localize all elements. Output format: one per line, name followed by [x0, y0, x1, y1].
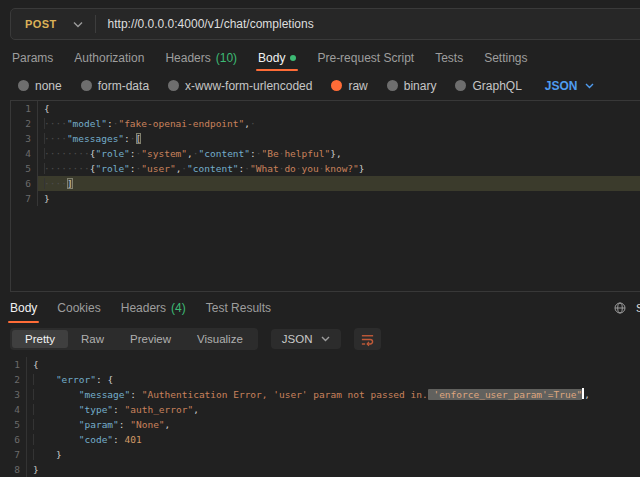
- line-number: 5: [0, 417, 26, 432]
- tab-params[interactable]: Params: [12, 44, 53, 71]
- body-type-x-www-form-urlencoded[interactable]: x-www-form-urlencoded: [168, 79, 312, 93]
- code-token: [33, 434, 79, 445]
- tab-label: Settings: [484, 51, 527, 65]
- radio-icon: [387, 80, 398, 91]
- tab-label: Tests: [435, 51, 463, 65]
- view-mode-preview[interactable]: Preview: [117, 330, 184, 348]
- code-token: ·: [130, 133, 136, 144]
- response-tab-test-results[interactable]: Test Results: [206, 292, 271, 323]
- code-token: "param": [79, 419, 119, 430]
- response-tab-headers[interactable]: Headers (4): [121, 292, 186, 323]
- view-mode-raw[interactable]: Raw: [68, 330, 117, 348]
- code-token: [33, 389, 79, 400]
- code-token: "role": [96, 148, 130, 159]
- code-line[interactable]: 3 "message": "Authentication Error, 'use…: [0, 387, 640, 402]
- code-token: :: [113, 434, 124, 445]
- body-type-raw[interactable]: raw: [331, 79, 367, 93]
- body-type-label: form-data: [98, 79, 149, 93]
- code-line[interactable]: 2 "error": {: [0, 372, 640, 387]
- tab-tests[interactable]: Tests: [435, 44, 463, 71]
- radio-selected-icon: [331, 80, 342, 91]
- line-number: 1: [11, 101, 37, 116]
- body-type-label: GraphQL: [472, 79, 521, 93]
- code-token: ]: [67, 178, 73, 189]
- line-number: 6: [11, 176, 37, 191]
- response-body-viewer[interactable]: 1{2 "error": {3 "message": "Authenticati…: [0, 357, 640, 477]
- globe-icon: [613, 301, 627, 315]
- chevron-down-icon: [585, 83, 594, 89]
- code-text: ····"model":·"fake-openai-endpoint",·: [37, 116, 640, 131]
- code-token: :: [113, 404, 124, 415]
- code-token: }: [56, 449, 62, 460]
- code-token: "auth_error": [125, 404, 194, 415]
- code-line[interactable]: 7}: [11, 191, 640, 206]
- code-text: "code": 401: [26, 432, 640, 447]
- code-token: }: [44, 193, 50, 204]
- tab-count: (10): [216, 51, 237, 65]
- code-line[interactable]: 6····]: [11, 176, 640, 191]
- code-text: ····"messages":·[: [37, 131, 640, 146]
- view-mode-pretty[interactable]: Pretty: [12, 330, 68, 348]
- code-token: [: [136, 133, 142, 144]
- method-selector[interactable]: POST: [11, 18, 95, 30]
- code-token: : {: [96, 374, 113, 385]
- code-text: "param": "None",: [26, 417, 640, 432]
- body-type-graphql[interactable]: GraphQL: [455, 79, 521, 93]
- code-line[interactable]: 4········{"role":·"system",·"content":·"…: [11, 146, 640, 161]
- response-language-dropdown[interactable]: JSON: [271, 329, 342, 349]
- code-token: ········: [44, 163, 90, 174]
- code-line[interactable]: 2····"model":·"fake-openai-endpoint",·: [11, 116, 640, 131]
- code-token: ,: [165, 419, 171, 430]
- response-tab-cookies[interactable]: Cookies: [57, 292, 100, 323]
- tab-label: Headers: [165, 51, 210, 65]
- code-token: "content": [187, 163, 238, 174]
- body-type-form-data[interactable]: form-data: [81, 79, 149, 93]
- body-type-label: x-www-form-urlencoded: [185, 79, 312, 93]
- line-number: 5: [11, 161, 37, 176]
- request-body-editor[interactable]: 1{2····"model":·"fake-openai-endpoint",·…: [10, 100, 640, 292]
- code-token: "Be: [261, 148, 278, 159]
- code-text: ····]: [37, 176, 640, 191]
- url-bar: POST http://0.0.0.0:4000/v1/chat/complet…: [10, 8, 640, 40]
- line-number: 3: [11, 131, 37, 146]
- code-line[interactable]: 6 "code": 401: [0, 432, 640, 447]
- wrap-text-button[interactable]: [354, 328, 381, 350]
- method-label: POST: [25, 18, 57, 30]
- view-mode-visualize[interactable]: Visualize: [184, 330, 256, 348]
- body-type-label: raw: [348, 79, 367, 93]
- tab-label: Cookies: [57, 301, 100, 315]
- code-token: },: [330, 148, 341, 159]
- url-input[interactable]: http://0.0.0.0:4000/v1/chat/completions: [96, 17, 314, 31]
- tab-pre-request-script[interactable]: Pre-request Script: [317, 44, 414, 71]
- code-line[interactable]: 5 "param": "None",: [0, 417, 640, 432]
- code-token: "code": [79, 434, 113, 445]
- language-label: JSON: [545, 79, 578, 93]
- line-number: 2: [0, 372, 26, 387]
- code-token: :: [130, 389, 141, 400]
- code-line[interactable]: 5········{"role":·"user",·"content":·"Wh…: [11, 161, 640, 176]
- response-meta: S: [613, 292, 640, 323]
- line-number: 7: [0, 447, 26, 462]
- code-line[interactable]: 1{: [0, 357, 640, 372]
- tab-settings[interactable]: Settings: [484, 44, 527, 71]
- chevron-down-icon: [73, 21, 83, 28]
- code-line[interactable]: 1{: [11, 101, 640, 116]
- code-token: "role": [96, 163, 130, 174]
- code-line[interactable]: 8}: [0, 462, 640, 477]
- code-line[interactable]: 3····"messages":·[: [11, 131, 640, 146]
- view-mode-switcher: Pretty Raw Preview Visualize: [10, 328, 258, 350]
- request-language-dropdown[interactable]: JSON: [545, 79, 594, 93]
- code-line[interactable]: 7 }: [0, 447, 640, 462]
- line-number: 3: [0, 387, 26, 402]
- response-tab-body[interactable]: Body: [10, 292, 37, 323]
- tab-label: Headers: [121, 301, 166, 315]
- tab-body[interactable]: Body: [258, 44, 296, 71]
- code-line[interactable]: 4 "type": "auth_error",: [0, 402, 640, 417]
- tab-headers[interactable]: Headers (10): [165, 44, 237, 71]
- body-type-none[interactable]: none: [18, 79, 62, 93]
- tab-authorization[interactable]: Authorization: [74, 44, 144, 71]
- code-text: ········{"role":·"system",·"content":·"B…: [37, 146, 640, 161]
- body-type-binary[interactable]: binary: [387, 79, 437, 93]
- radio-icon: [81, 80, 92, 91]
- tab-label: Body: [258, 51, 285, 65]
